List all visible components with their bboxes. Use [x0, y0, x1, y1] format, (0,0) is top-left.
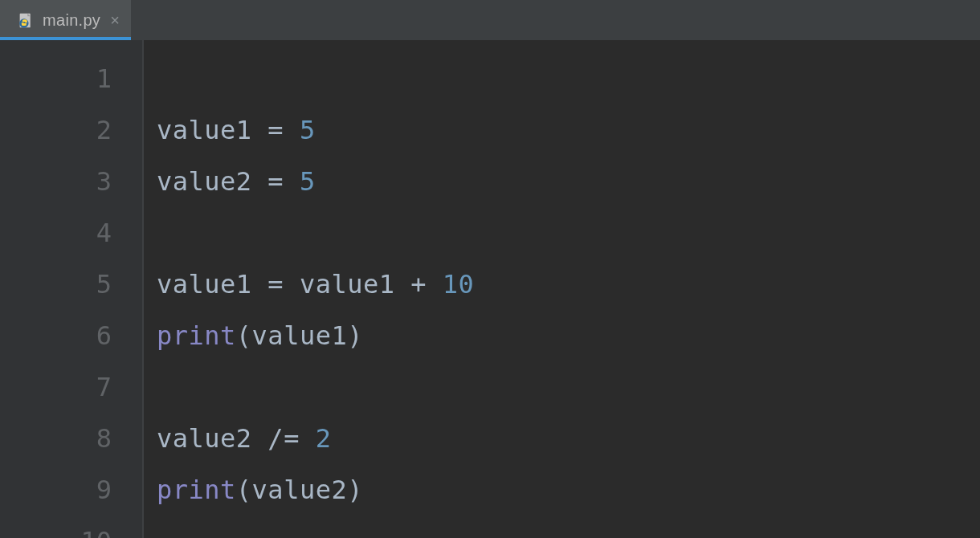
token: 2	[316, 423, 332, 454]
token: (	[236, 320, 252, 351]
code-line[interactable]: value1 = 5	[157, 104, 980, 156]
token	[284, 269, 300, 300]
code-line[interactable]: print(value1)	[157, 310, 980, 361]
token	[284, 166, 300, 197]
code-line[interactable]: value2 /= 2	[157, 413, 980, 464]
code-editor: main.py × 12345678910 value1 = 5value2 =…	[0, 0, 980, 538]
gutter: 12345678910	[0, 40, 144, 538]
line-number: 5	[0, 259, 142, 310]
token: value1	[157, 115, 252, 145]
tab-bar: main.py ×	[0, 0, 980, 40]
token: /=	[267, 423, 300, 454]
token	[252, 166, 268, 197]
tab-main-py[interactable]: main.py ×	[0, 0, 131, 40]
code-line[interactable]	[157, 361, 980, 413]
token: value1	[157, 269, 252, 300]
token	[252, 423, 268, 454]
line-number: 6	[0, 310, 142, 361]
close-icon[interactable]: ×	[110, 11, 120, 30]
line-number: 3	[0, 156, 142, 207]
line-number: 2	[0, 104, 142, 156]
python-file-icon	[18, 12, 35, 29]
token: +	[410, 269, 427, 300]
token	[284, 115, 300, 145]
token: value2	[157, 166, 252, 197]
token	[394, 269, 410, 300]
line-number: 4	[0, 207, 142, 259]
token: )	[347, 320, 363, 351]
token: =	[267, 269, 284, 300]
token: =	[267, 115, 284, 145]
line-number: 1	[0, 53, 142, 104]
code-line[interactable]	[157, 207, 980, 259]
token	[427, 269, 443, 300]
code-line[interactable]	[157, 516, 980, 538]
code-area: 12345678910 value1 = 5value2 = 5value1 =…	[0, 40, 980, 538]
token: print	[157, 475, 236, 505]
token: value2	[157, 423, 252, 454]
line-number: 10	[0, 516, 142, 538]
token: )	[347, 475, 363, 505]
token	[300, 423, 316, 454]
token	[252, 269, 268, 300]
code-content[interactable]: value1 = 5value2 = 5value1 = value1 + 10…	[144, 40, 980, 538]
tab-label: main.py	[43, 11, 100, 30]
token: =	[267, 166, 284, 197]
line-number: 9	[0, 464, 142, 516]
code-line[interactable]: value1 = value1 + 10	[157, 259, 980, 310]
line-number: 8	[0, 413, 142, 464]
token: value1	[300, 269, 395, 300]
token: 5	[300, 166, 316, 197]
line-number: 7	[0, 361, 142, 413]
code-line[interactable]	[157, 53, 980, 104]
token: print	[157, 320, 236, 351]
token: 5	[300, 115, 316, 145]
token: value2	[252, 475, 348, 505]
token: value1	[252, 320, 348, 351]
code-line[interactable]: print(value2)	[157, 464, 980, 516]
code-line[interactable]: value2 = 5	[157, 156, 980, 207]
token: (	[236, 475, 252, 505]
token	[252, 115, 268, 145]
active-tab-indicator	[0, 37, 131, 40]
token: 10	[443, 269, 475, 300]
